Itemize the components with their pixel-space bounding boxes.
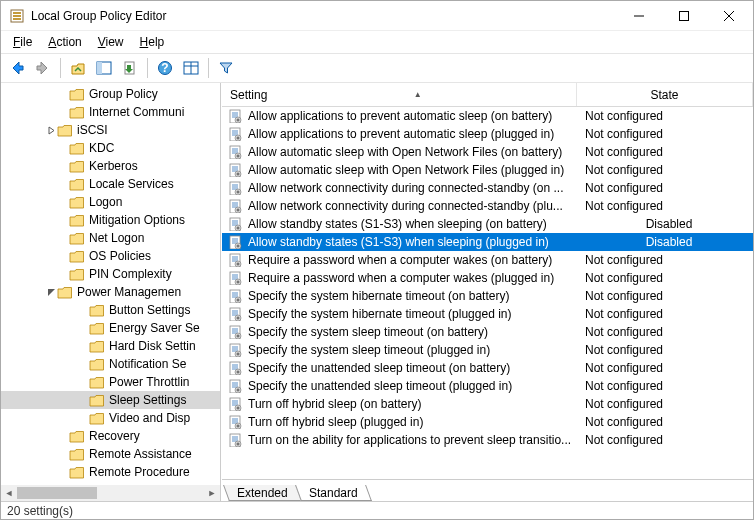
tree-item[interactable]: PIN Complexity bbox=[1, 265, 220, 283]
policy-icon bbox=[228, 433, 244, 447]
tree-item-label: Recovery bbox=[89, 429, 140, 443]
tree-item[interactable]: Hard Disk Settin bbox=[1, 337, 220, 355]
svg-rect-3 bbox=[13, 18, 21, 20]
setting-name: Specify the system sleep timeout (on bat… bbox=[248, 325, 488, 339]
tree-item[interactable]: OS Policies bbox=[1, 247, 220, 265]
help-button[interactable]: ? bbox=[153, 56, 177, 80]
tree-item[interactable]: Internet Communi bbox=[1, 103, 220, 121]
toolbar: ? bbox=[1, 53, 753, 83]
folder-icon bbox=[69, 87, 85, 101]
menu-action[interactable]: Action bbox=[42, 33, 87, 51]
setting-state: Not configured bbox=[577, 163, 753, 177]
options-button[interactable] bbox=[179, 56, 203, 80]
list-pane: Setting ▲ State Allow applications to pr… bbox=[221, 83, 753, 501]
list-row[interactable]: Require a password when a computer wakes… bbox=[222, 251, 753, 269]
setting-name: Turn on the ability for applications to … bbox=[248, 433, 571, 447]
tree-item[interactable]: Button Settings bbox=[1, 301, 220, 319]
setting-state: Disabled bbox=[577, 235, 753, 249]
list-row[interactable]: Allow automatic sleep with Open Network … bbox=[222, 161, 753, 179]
policy-icon bbox=[228, 289, 244, 303]
collapse-icon[interactable] bbox=[45, 288, 57, 297]
tree-item[interactable]: Power Throttlin bbox=[1, 373, 220, 391]
list-view[interactable]: Allow applications to prevent automatic … bbox=[222, 107, 753, 479]
list-row[interactable]: Specify the unattended sleep timeout (on… bbox=[222, 359, 753, 377]
list-row[interactable]: Specify the system hibernate timeout (pl… bbox=[222, 305, 753, 323]
tree-item[interactable]: Notification Se bbox=[1, 355, 220, 373]
tree-item-label: Locale Services bbox=[89, 177, 174, 191]
tree-horizontal-scrollbar[interactable]: ◄ ► bbox=[1, 485, 220, 501]
setting-state: Not configured bbox=[577, 325, 753, 339]
tree-item[interactable]: Group Policy bbox=[1, 85, 220, 103]
setting-name: Specify the unattended sleep timeout (pl… bbox=[248, 379, 512, 393]
tree-item[interactable]: Remote Procedure bbox=[1, 463, 220, 481]
tree-item[interactable]: Locale Services bbox=[1, 175, 220, 193]
tab-extended[interactable]: Extended bbox=[223, 485, 302, 501]
tree-item[interactable]: Mitigation Options bbox=[1, 211, 220, 229]
tree-item[interactable]: Net Logon bbox=[1, 229, 220, 247]
scroll-right-arrow[interactable]: ► bbox=[204, 488, 220, 498]
forward-button[interactable] bbox=[31, 56, 55, 80]
tree-item[interactable]: iSCSI bbox=[1, 121, 220, 139]
menu-view[interactable]: View bbox=[92, 33, 130, 51]
setting-name: Turn off hybrid sleep (on battery) bbox=[248, 397, 421, 411]
policy-icon bbox=[228, 109, 244, 123]
scroll-thumb[interactable] bbox=[17, 487, 97, 499]
list-row[interactable]: Specify the system sleep timeout (plugge… bbox=[222, 341, 753, 359]
tree-item[interactable]: Kerberos bbox=[1, 157, 220, 175]
policy-icon bbox=[228, 415, 244, 429]
list-row[interactable]: Require a password when a computer wakes… bbox=[222, 269, 753, 287]
list-row[interactable]: Allow network connectivity during connec… bbox=[222, 197, 753, 215]
column-header-setting-label: Setting bbox=[230, 88, 267, 102]
menu-file[interactable]: File bbox=[7, 33, 38, 51]
scroll-left-arrow[interactable]: ◄ bbox=[1, 488, 17, 498]
menu-help[interactable]: Help bbox=[134, 33, 171, 51]
list-row[interactable]: Turn off hybrid sleep (plugged in)Not co… bbox=[222, 413, 753, 431]
tree-item-label: Remote Assistance bbox=[89, 447, 192, 461]
list-row[interactable]: Allow applications to prevent automatic … bbox=[222, 125, 753, 143]
list-row[interactable]: Allow standby states (S1-S3) when sleepi… bbox=[222, 233, 753, 251]
setting-name: Allow applications to prevent automatic … bbox=[248, 127, 554, 141]
tree-item[interactable]: Video and Disp bbox=[1, 409, 220, 427]
folder-icon bbox=[69, 195, 85, 209]
tree-view[interactable]: Group PolicyInternet CommuniiSCSIKDCKerb… bbox=[1, 83, 220, 485]
list-row[interactable]: Allow standby states (S1-S3) when sleepi… bbox=[222, 215, 753, 233]
folder-icon bbox=[69, 447, 85, 461]
filter-button[interactable] bbox=[214, 56, 238, 80]
tree-item[interactable]: Logon bbox=[1, 193, 220, 211]
list-row[interactable]: Allow automatic sleep with Open Network … bbox=[222, 143, 753, 161]
tree-item[interactable]: Remote Assistance bbox=[1, 445, 220, 463]
close-button[interactable] bbox=[706, 1, 751, 31]
policy-icon bbox=[228, 271, 244, 285]
tree-item-label: Notification Se bbox=[109, 357, 186, 371]
back-button[interactable] bbox=[5, 56, 29, 80]
tree-item[interactable]: Power Managemen bbox=[1, 283, 220, 301]
expand-icon[interactable] bbox=[45, 126, 57, 135]
tree-item[interactable]: KDC bbox=[1, 139, 220, 157]
list-row[interactable]: Specify the system sleep timeout (on bat… bbox=[222, 323, 753, 341]
column-header-state[interactable]: State bbox=[577, 83, 753, 106]
export-list-button[interactable] bbox=[118, 56, 142, 80]
tree-item[interactable]: Sleep Settings bbox=[1, 391, 220, 409]
svg-rect-9 bbox=[97, 62, 102, 74]
setting-name: Turn off hybrid sleep (plugged in) bbox=[248, 415, 423, 429]
list-row[interactable]: Specify the system hibernate timeout (on… bbox=[222, 287, 753, 305]
setting-state: Not configured bbox=[577, 433, 753, 447]
column-header-setting[interactable]: Setting ▲ bbox=[222, 83, 577, 106]
setting-state: Not configured bbox=[577, 397, 753, 411]
list-row[interactable]: Allow applications to prevent automatic … bbox=[222, 107, 753, 125]
list-row[interactable]: Specify the unattended sleep timeout (pl… bbox=[222, 377, 753, 395]
minimize-button[interactable] bbox=[616, 1, 661, 31]
sort-indicator-icon: ▲ bbox=[414, 90, 422, 99]
setting-state: Not configured bbox=[577, 199, 753, 213]
setting-state: Not configured bbox=[577, 271, 753, 285]
tree-item[interactable]: Energy Saver Se bbox=[1, 319, 220, 337]
tree-item[interactable]: Recovery bbox=[1, 427, 220, 445]
list-row[interactable]: Turn off hybrid sleep (on battery)Not co… bbox=[222, 395, 753, 413]
setting-state: Not configured bbox=[577, 415, 753, 429]
list-row[interactable]: Turn on the ability for applications to … bbox=[222, 431, 753, 449]
show-hide-tree-button[interactable] bbox=[92, 56, 116, 80]
up-button[interactable] bbox=[66, 56, 90, 80]
maximize-button[interactable] bbox=[661, 1, 706, 31]
list-row[interactable]: Allow network connectivity during connec… bbox=[222, 179, 753, 197]
tab-standard[interactable]: Standard bbox=[295, 485, 372, 501]
